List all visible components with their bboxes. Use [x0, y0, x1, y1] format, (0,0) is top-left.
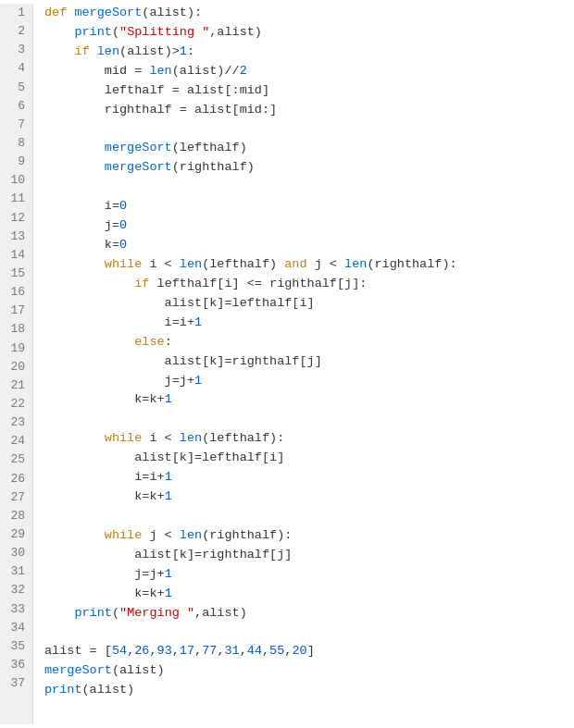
- token-plain: ]: [307, 644, 315, 658]
- token-string-red: "Merging ": [119, 606, 194, 620]
- token-plain: mid =: [44, 64, 149, 78]
- code-line: i=i+1: [44, 314, 574, 333]
- code-line: k=k+1: [44, 585, 574, 604]
- token-plain: i=: [44, 199, 119, 213]
- line-number: 27: [7, 488, 25, 507]
- token-plain: i <: [149, 431, 179, 445]
- token-plain: j=: [44, 218, 119, 232]
- code-line: print("Splitting ",alist): [44, 23, 574, 43]
- line-number: 26: [7, 470, 25, 488]
- line-number: 34: [7, 619, 25, 637]
- line-number: 5: [7, 79, 25, 97]
- token-plain: k=k+: [44, 489, 165, 503]
- token-plain: >: [172, 44, 180, 58]
- token-plain: ,: [262, 644, 269, 658]
- code-line: [44, 700, 574, 720]
- token-kw-orange: else: [134, 335, 164, 349]
- token-plain: lefthalf[i] <= righthalf[j]:: [157, 277, 368, 290]
- token-number-blue: 1: [165, 586, 172, 600]
- code-line: else:: [44, 333, 574, 352]
- token-plain: alist[k]=righthalf[j]: [44, 548, 292, 561]
- token-plain: (: [112, 25, 119, 39]
- token-plain: ,alist): [194, 606, 247, 620]
- token-number-blue: 0: [119, 199, 127, 213]
- token-number-blue: 1: [165, 567, 172, 581]
- token-plain: (alist): [119, 44, 172, 58]
- token-fn: mergeSort: [105, 160, 172, 174]
- code-line: mergeSort(lefthalf): [44, 139, 574, 158]
- token-plain: k=: [44, 238, 119, 252]
- line-number: 35: [7, 637, 25, 656]
- token-number-blue: 0: [119, 218, 127, 232]
- line-number: 21: [7, 376, 25, 395]
- token-number-blue: 26: [134, 644, 149, 658]
- line-number: 13: [7, 228, 25, 246]
- token-plain: [44, 25, 74, 39]
- line-number: 7: [7, 116, 25, 134]
- code-line: def mergeSort(alist):: [44, 4, 574, 23]
- line-number: 4: [7, 59, 25, 78]
- line-number: 30: [7, 544, 25, 562]
- code-line: [44, 120, 574, 140]
- token-plain: (alist): [112, 663, 165, 677]
- token-builtin: len: [180, 528, 202, 542]
- code-line: mid = len(alist)//2: [44, 62, 574, 81]
- token-number-blue: 1: [165, 470, 172, 484]
- line-number: 28: [7, 507, 25, 525]
- code-line: k=k+1: [44, 487, 574, 507]
- token-plain: [44, 431, 105, 445]
- line-number: 37: [7, 674, 25, 693]
- token-plain: (alist): [82, 683, 135, 697]
- code-line: j=j+1: [44, 372, 574, 391]
- token-kw-orange: while: [105, 431, 150, 445]
- code-line: j=j+1: [44, 565, 574, 585]
- token-plain: alist[k]=lefthalf[i]: [44, 450, 284, 464]
- code-line: if len(alist)>1:: [44, 43, 574, 62]
- token-plain: :: [187, 44, 194, 58]
- token-builtin: print: [74, 606, 112, 620]
- token-plain: alist: [149, 6, 187, 19]
- line-number: 12: [7, 209, 25, 228]
- token-plain: j <: [315, 257, 344, 271]
- code-line: alist[k]=righthalf[j]: [44, 546, 574, 565]
- line-number: 10: [7, 171, 25, 190]
- code-line: k=k+1: [44, 390, 574, 410]
- line-number: 14: [7, 246, 25, 265]
- code-line: if lefthalf[i] <= righthalf[j]:: [44, 275, 574, 294]
- token-number-blue: 17: [180, 644, 194, 658]
- token-number-blue: 77: [202, 644, 217, 658]
- token-number-blue: 1: [194, 374, 202, 388]
- token-kw-orange: def: [44, 6, 74, 19]
- token-plain: alist = [: [44, 644, 112, 658]
- line-number: 2: [7, 22, 25, 41]
- token-number-blue: 1: [165, 392, 172, 406]
- token-plain: j=j+: [44, 567, 165, 581]
- code-line: [44, 410, 574, 429]
- token-plain: [44, 277, 134, 290]
- line-number: 18: [7, 320, 25, 339]
- line-number: 9: [7, 153, 25, 171]
- line-number: 6: [7, 97, 25, 116]
- line-number: 32: [7, 581, 25, 599]
- token-fn: mergeSort: [74, 6, 142, 19]
- token-plain: alist[k]=lefthalf[i]: [44, 296, 315, 310]
- token-kw-orange: if: [74, 44, 96, 58]
- code-line: [44, 178, 574, 197]
- token-plain: j=j+: [44, 374, 194, 388]
- token-plain: (lefthalf): [172, 141, 247, 154]
- line-number: 17: [7, 302, 25, 320]
- code-line: j=0: [44, 216, 574, 236]
- line-number: 15: [7, 265, 25, 283]
- token-fn: mergeSort: [44, 663, 112, 677]
- token-kw-orange: and: [284, 257, 314, 271]
- code-line: while j < len(righthalf):: [44, 526, 574, 546]
- token-kw-orange: if: [134, 277, 156, 290]
- line-number: 29: [7, 525, 25, 544]
- code-line: righthalf = alist[mid:]: [44, 101, 574, 120]
- line-number-column: 1234567891011121314151617181920212223242…: [0, 4, 33, 724]
- code-line: print(alist): [44, 681, 574, 700]
- token-builtin: len: [180, 431, 202, 445]
- token-plain: ,: [172, 644, 180, 658]
- token-plain: [44, 606, 74, 620]
- token-number-blue: 1: [194, 315, 202, 329]
